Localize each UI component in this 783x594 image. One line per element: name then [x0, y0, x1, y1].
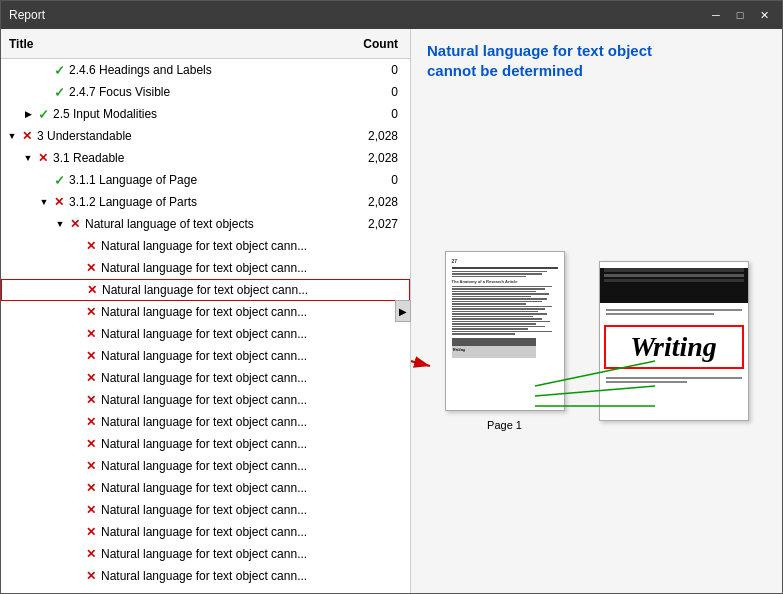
tree-row[interactable]: Natural language for text object cann...	[1, 279, 410, 301]
tree-toggle[interactable]	[69, 503, 83, 517]
tree-header: Title Count	[1, 29, 410, 59]
report-window: Report ─ □ ✕ Title Count 2.4.6 Headings …	[0, 0, 783, 594]
cross-icon	[83, 370, 99, 386]
tree-item-label: Natural language for text object cann...	[99, 503, 346, 517]
tree-row[interactable]: ▼3.1.2 Language of Parts2,028	[1, 191, 410, 213]
tree-row[interactable]: Natural language for text object cann...	[1, 345, 410, 367]
tree-row[interactable]: Natural language for text object cann...	[1, 323, 410, 345]
tree-toggle[interactable]: ▼	[37, 195, 51, 209]
title-bar: Report ─ □ ✕	[1, 1, 782, 29]
cross-icon	[83, 568, 99, 584]
tree-toggle[interactable]	[69, 547, 83, 561]
tree-toggle[interactable]	[69, 459, 83, 473]
tree-row[interactable]: ▼Natural language of text objects2,027	[1, 213, 410, 235]
tree-toggle[interactable]	[37, 173, 51, 187]
tree-toggle[interactable]	[69, 327, 83, 341]
tree-toggle[interactable]	[69, 525, 83, 539]
tree-item-count: 2,028	[346, 129, 406, 143]
panel-expand-button[interactable]: ▶	[395, 300, 411, 322]
minimize-button[interactable]: ─	[706, 7, 726, 23]
cross-icon	[83, 436, 99, 452]
cross-icon	[35, 150, 51, 166]
close-button[interactable]: ✕	[754, 7, 774, 23]
page-label: Page 1	[487, 419, 522, 431]
tree-row[interactable]: Natural language for text object cann...	[1, 411, 410, 433]
tree-toggle[interactable]	[37, 85, 51, 99]
count-column-header: Count	[336, 37, 406, 51]
zoom-text: Writing	[630, 331, 717, 362]
tree-toggle[interactable]: ▼	[53, 217, 67, 231]
tree-item-label: Natural language of text objects	[83, 217, 346, 231]
document-preview: 27 The Anatomy of a Research Article	[445, 251, 565, 411]
detail-body: 27 The Anatomy of a Research Article	[411, 88, 782, 593]
tree-item-label: Natural language for text object cann...	[100, 283, 345, 297]
tree-row[interactable]: Natural language for text object cann...	[1, 499, 410, 521]
cross-icon	[19, 128, 35, 144]
tree-row[interactable]: 3.1.1 Language of Page0	[1, 169, 410, 191]
cross-icon	[83, 304, 99, 320]
cross-icon	[51, 194, 67, 210]
tree-toggle[interactable]	[69, 305, 83, 319]
tree-item-label: Natural language for text object cann...	[99, 349, 346, 363]
tree-row[interactable]: Natural language for text object cann...	[1, 477, 410, 499]
tree-item-label: Natural language for text object cann...	[99, 393, 346, 407]
tree-row[interactable]: Natural language for text object cann...	[1, 367, 410, 389]
tree-item-label: 2.4.7 Focus Visible	[67, 85, 346, 99]
tree-row[interactable]: ▼3.1 Readable2,028	[1, 147, 410, 169]
cross-icon	[83, 458, 99, 474]
tree-toggle[interactable]	[69, 261, 83, 275]
tree-row[interactable]: ▼3 Understandable2,028	[1, 125, 410, 147]
tree-toggle[interactable]	[70, 283, 84, 297]
tree-toggle[interactable]	[37, 63, 51, 77]
cross-icon	[83, 392, 99, 408]
cross-icon	[83, 524, 99, 540]
check-icon	[35, 106, 51, 122]
tree-item-label: Natural language for text object cann...	[99, 327, 346, 341]
tree-toggle[interactable]: ▼	[21, 151, 35, 165]
tree-item-label: Natural language for text object cann...	[99, 481, 346, 495]
window-controls: ─ □ ✕	[706, 7, 774, 23]
tree-row[interactable]: Natural language for text object cann...	[1, 389, 410, 411]
tree-row[interactable]: Natural language for text object cann...	[1, 455, 410, 477]
tree-toggle[interactable]	[69, 371, 83, 385]
tree-toggle[interactable]	[69, 239, 83, 253]
tree-toggle[interactable]	[69, 393, 83, 407]
tree-item-count: 2,027	[346, 217, 406, 231]
tree-toggle[interactable]: ▼	[5, 129, 19, 143]
cross-icon	[83, 238, 99, 254]
tree-row[interactable]: Natural language for text object cann...	[1, 301, 410, 323]
tree-item-label: Natural language for text object cann...	[99, 547, 346, 561]
tree-toggle[interactable]	[69, 415, 83, 429]
tree-item-label: Natural language for text object cann...	[99, 305, 346, 319]
tree-item-label: 2.4.6 Headings and Labels	[67, 63, 346, 77]
cross-icon	[83, 546, 99, 562]
tree-row[interactable]: 2.4.6 Headings and Labels0	[1, 59, 410, 81]
window-title: Report	[9, 8, 45, 22]
tree-scroll[interactable]: 2.4.6 Headings and Labels02.4.7 Focus Vi…	[1, 59, 410, 593]
tree-row[interactable]: Natural language for text object cann...	[1, 543, 410, 565]
tree-item-count: 0	[346, 173, 406, 187]
title-column-header: Title	[5, 37, 336, 51]
tree-toggle[interactable]	[69, 437, 83, 451]
svg-line-1	[411, 321, 430, 366]
tree-item-label: Natural language for text object cann...	[99, 459, 346, 473]
tree-row[interactable]: 2.4.7 Focus Visible0	[1, 81, 410, 103]
tree-row[interactable]: Natural language for text object cann...	[1, 521, 410, 543]
tree-item-label: Natural language for text object cann...	[99, 261, 346, 275]
tree-row[interactable]: Natural language for text object cann...	[1, 433, 410, 455]
tree-toggle[interactable]	[69, 569, 83, 583]
tree-toggle[interactable]: ▶	[21, 107, 35, 121]
tree-toggle[interactable]	[69, 349, 83, 363]
cross-icon	[84, 282, 100, 298]
detail-header: Natural language for text objectcannot b…	[411, 29, 782, 88]
check-icon	[51, 62, 67, 78]
tree-item-count: 0	[346, 63, 406, 77]
tree-row[interactable]: ▶2.5 Input Modalities0	[1, 103, 410, 125]
tree-row[interactable]: Natural language for text object cann...	[1, 235, 410, 257]
tree-row[interactable]: Natural language for text object cann...	[1, 565, 410, 587]
tree-item-label: Natural language for text object cann...	[99, 525, 346, 539]
maximize-button[interactable]: □	[730, 7, 750, 23]
tree-row[interactable]: Natural language for text object cann...	[1, 257, 410, 279]
tree-toggle[interactable]	[69, 481, 83, 495]
tree-item-label: 2.5 Input Modalities	[51, 107, 346, 121]
